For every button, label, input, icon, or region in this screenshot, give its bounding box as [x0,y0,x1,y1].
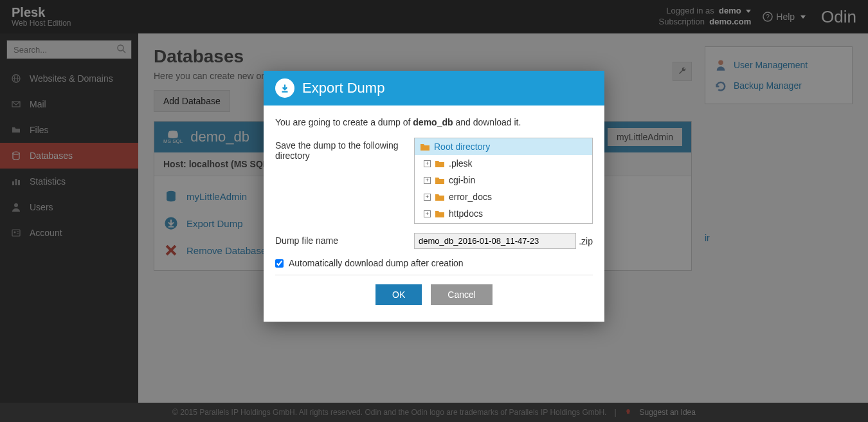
directory-tree[interactable]: Root directory + .plesk + cgi-bin + [414,138,593,224]
folder-icon [435,160,445,168]
auto-download-row[interactable]: Automatically download dump after creati… [275,258,593,268]
tree-label: .plesk [449,158,473,169]
tree-label: cgi-bin [449,175,475,185]
cancel-button[interactable]: Cancel [431,284,493,305]
tree-label: Root directory [434,142,490,152]
ok-button[interactable]: OK [375,284,422,305]
tree-item[interactable]: + .plesk [415,155,592,172]
modal-title: Export Dump [302,80,384,96]
folder-icon [435,193,445,201]
folder-icon [420,143,430,151]
directory-label: Save the dump to the following directory [275,138,404,161]
folder-icon [435,176,445,185]
expand-icon[interactable]: + [424,194,431,201]
export-dump-modal: Export Dump You are going to create a du… [264,71,604,322]
tree-label: error_docs [449,192,492,202]
folder-icon [435,210,445,218]
tree-label: httpdocs [449,208,483,219]
filename-input[interactable] [414,233,576,249]
expand-icon[interactable]: + [424,210,431,217]
expand-icon[interactable]: + [424,177,431,184]
tree-item[interactable]: + error_docs [415,188,592,205]
filename-ext: .zip [579,236,593,246]
tree-item[interactable]: + cgi-bin [415,172,592,188]
download-icon [275,78,294,98]
expand-icon[interactable]: + [424,160,431,167]
modal-intro: You are going to create a dump of demo_d… [275,117,593,127]
tree-item[interactable]: + httpdocs [415,205,592,222]
filename-label: Dump file name [275,233,404,246]
auto-download-label: Automatically download dump after creati… [289,258,464,268]
modal-header: Export Dump [264,71,604,106]
auto-download-checkbox[interactable] [275,259,284,268]
tree-root[interactable]: Root directory [415,138,592,155]
